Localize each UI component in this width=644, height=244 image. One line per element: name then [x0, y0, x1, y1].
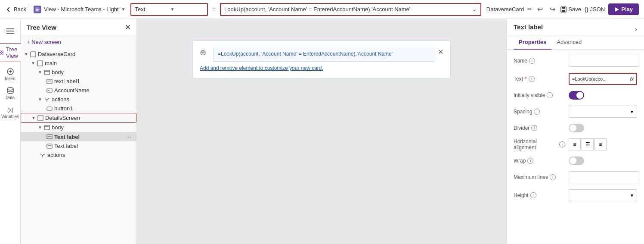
prop-spacing-label: Spacing i [514, 109, 565, 115]
prop-maxlines-label-text: Maximum lines [514, 174, 548, 180]
prop-visible-row: Initially visible i [514, 91, 637, 100]
props-panel: Text label › Properties Advanced Name i [506, 19, 644, 244]
fx-icon[interactable]: fx [630, 76, 634, 81]
canvas-area: ⊕ =LookUp(account, 'Account Name' = Ente… [137, 19, 506, 244]
prop-spacing-select[interactable]: ▼ [569, 106, 637, 118]
svg-marker-6 [615, 7, 619, 12]
svg-rect-30 [44, 125, 50, 130]
prop-text-row: Text * i =LookUp(acco... fx [514, 73, 637, 85]
undo-button[interactable]: ↩ [536, 4, 545, 14]
canvas-formula-text: =LookUp(account, 'Account Name' = Entere… [218, 51, 393, 57]
halign-info-icon[interactable]: i [559, 141, 565, 147]
name-info-icon[interactable]: i [529, 58, 535, 64]
topbar-right: DataverseCard ✏ ↩ ↪ Save {} JSON Play [486, 3, 639, 15]
tree-item-dataverse-card[interactable]: ▼ DataverseCard [21, 50, 136, 59]
divider-info-icon[interactable]: i [531, 125, 537, 131]
tree-item-main[interactable]: ▼ main [21, 59, 136, 68]
json-button[interactable]: {} JSON [585, 6, 605, 13]
canvas-hint[interactable]: Add and remove element to customize your… [200, 65, 443, 71]
tree-panel: Tree View ✕ + New screen ▼ DataverseCard… [21, 19, 137, 244]
tab-properties[interactable]: Properties [514, 35, 551, 50]
canvas-close-icon[interactable]: ✕ [438, 48, 443, 56]
label-icon [46, 134, 53, 140]
sidebar-item-insert[interactable]: Insert [2, 66, 19, 83]
align-center-button[interactable]: ☰ [582, 138, 594, 150]
prop-visible-label: Initially visible i [514, 92, 565, 98]
sidebar-item-variables[interactable]: (x) Variables [2, 103, 19, 121]
spacing-info-icon[interactable]: i [534, 109, 540, 115]
canvas-formula-display[interactable]: =LookUp(account, 'Account Name' = Entere… [213, 48, 434, 62]
text-info-icon[interactable]: i [529, 76, 535, 82]
prop-height-label: Height i [514, 192, 565, 198]
app-name-dropdown-icon[interactable]: ▼ [121, 7, 126, 12]
sidebar-item-data[interactable]: Data [2, 84, 19, 102]
svg-rect-19 [31, 52, 36, 57]
visible-info-icon[interactable]: i [547, 92, 553, 98]
body-icon [44, 125, 50, 131]
svg-rect-13 [2, 53, 3, 55]
tree-item-body1[interactable]: ▼ body [21, 68, 136, 77]
prop-divider-toggle[interactable] [569, 124, 584, 132]
props-panel-chevron[interactable]: › [635, 25, 637, 33]
sidebar-item-hamburger[interactable] [2, 22, 19, 40]
prop-maxlines-input[interactable] [569, 171, 639, 183]
tree-item-actions1[interactable]: ▼ actions [21, 95, 136, 104]
formula-bar[interactable]: LookUp(account, 'Account Name' = Entered… [220, 3, 481, 16]
app-icon [34, 6, 41, 13]
edit-icon[interactable]: ✏ [527, 6, 532, 13]
play-button[interactable]: Play [608, 3, 639, 15]
maxlines-info-icon[interactable]: i [550, 174, 556, 180]
app-name: View - Microsoft Teams - Light ▼ [34, 6, 126, 13]
tree-item-body2[interactable]: ▼ body [21, 123, 136, 132]
tree-item-textlabel3[interactable]: Text label [21, 141, 136, 150]
icon-sidebar: Tree View Insert Data (x) Variables [0, 19, 21, 244]
prop-height-chevron: ▼ [630, 193, 634, 198]
prop-wrap-label: Wrap i [514, 158, 565, 164]
align-right-button[interactable]: ≡ [594, 138, 607, 150]
prop-text-label-text: Text [514, 76, 523, 82]
tree-item-label: main [45, 60, 57, 66]
prop-height-select[interactable]: ▼ [569, 189, 637, 201]
formula-label-select[interactable]: Text ▼ [130, 3, 208, 16]
tree-item-textlabel2[interactable]: Text label ··· [21, 132, 136, 141]
tree-item-button1[interactable]: button1 [21, 104, 136, 113]
tree-item-label: actions [47, 152, 65, 158]
prop-visible-toggle[interactable] [569, 91, 584, 100]
chevron-icon: ▼ [31, 116, 36, 120]
prop-text-formula-input[interactable]: =LookUp(acco... fx [569, 73, 637, 85]
prop-maxlines-row: Maximum lines i [514, 171, 637, 183]
prop-wrap-toggle[interactable] [569, 156, 584, 165]
tree-item-details-screen[interactable]: ▼ DetailsScreen [21, 113, 136, 123]
props-body: Name i Text * i =LookUp(acco... fx [507, 50, 644, 244]
tree-item-actions2[interactable]: actions [21, 150, 136, 160]
chevron-icon: ▼ [38, 125, 42, 130]
canvas-card-header: ⊕ =LookUp(account, 'Account Name' = Ente… [200, 48, 443, 62]
svg-rect-4 [562, 7, 565, 9]
target-icon[interactable]: ⊕ [200, 48, 206, 57]
formula-label-chevron: ▼ [170, 7, 204, 12]
tree-close-icon[interactable]: ✕ [125, 23, 130, 31]
svg-rect-21 [44, 70, 50, 75]
formula-expand-icon[interactable]: ⌄ [472, 6, 477, 13]
tree-item-more-button[interactable]: ··· [124, 133, 133, 140]
back-button[interactable]: Back [5, 6, 26, 13]
tree-item-textlabel1[interactable]: textLabel1 [21, 77, 136, 86]
prop-height-row: Height i ▼ [514, 189, 637, 201]
props-tabs: Properties Advanced [507, 35, 644, 50]
wrap-info-icon[interactable]: i [527, 158, 533, 164]
chevron-icon: ▼ [38, 97, 42, 102]
align-left-button[interactable]: ≡ [569, 138, 581, 150]
tab-advanced[interactable]: Advanced [551, 35, 587, 50]
tree-item-label: body [52, 69, 64, 75]
tree-item-accountname[interactable]: AccountName [21, 86, 136, 95]
props-header: Text label › [507, 19, 644, 35]
button-icon [46, 106, 53, 112]
redo-button[interactable]: ↪ [548, 4, 557, 14]
tree-item-label: DetailsScreen [45, 115, 80, 121]
prop-name-input[interactable] [569, 55, 639, 67]
height-info-icon[interactable]: i [530, 192, 536, 198]
new-screen-button[interactable]: + New screen [21, 36, 136, 48]
prop-wrap-label-text: Wrap [514, 158, 526, 164]
svg-rect-2 [36, 10, 38, 11]
save-button[interactable]: Save [560, 6, 581, 13]
